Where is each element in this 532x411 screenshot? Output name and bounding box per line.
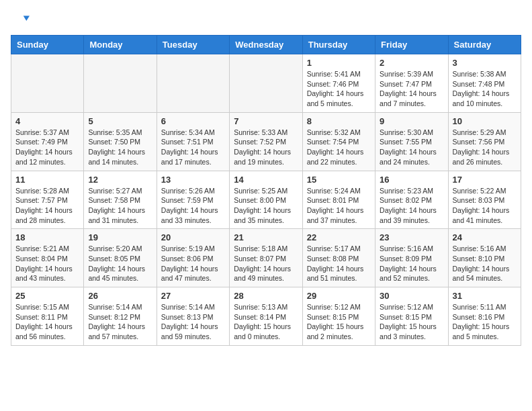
day-info: Sunrise: 5:24 AM Sunset: 8:01 PM Dayligh… xyxy=(307,186,371,226)
day-number: 8 xyxy=(307,116,371,126)
calendar-cell: 31Sunrise: 5:11 AM Sunset: 8:16 PM Dayli… xyxy=(448,287,521,346)
day-number: 15 xyxy=(307,175,371,185)
day-number: 1 xyxy=(307,58,371,68)
day-number: 22 xyxy=(307,232,371,242)
calendar-week-4: 18Sunrise: 5:21 AM Sunset: 8:04 PM Dayli… xyxy=(11,229,521,287)
day-info: Sunrise: 5:23 AM Sunset: 8:02 PM Dayligh… xyxy=(380,186,443,226)
calendar-cell: 6Sunrise: 5:34 AM Sunset: 7:51 PM Daylig… xyxy=(157,112,229,171)
weekday-header-saturday: Saturday xyxy=(448,36,521,54)
day-info: Sunrise: 5:32 AM Sunset: 7:54 PM Dayligh… xyxy=(307,128,371,167)
calendar-cell: 1Sunrise: 5:41 AM Sunset: 7:46 PM Daylig… xyxy=(302,54,375,113)
calendar-cell: 23Sunrise: 5:16 AM Sunset: 8:09 PM Dayli… xyxy=(375,229,448,287)
day-number: 30 xyxy=(380,291,443,301)
calendar-cell: 15Sunrise: 5:24 AM Sunset: 8:01 PM Dayli… xyxy=(302,171,375,229)
weekday-header-friday: Friday xyxy=(375,36,448,54)
day-info: Sunrise: 5:16 AM Sunset: 8:09 PM Dayligh… xyxy=(380,244,443,283)
calendar-cell: 7Sunrise: 5:33 AM Sunset: 7:52 PM Daylig… xyxy=(230,112,302,171)
calendar-cell: 16Sunrise: 5:23 AM Sunset: 8:02 PM Dayli… xyxy=(375,171,448,229)
day-info: Sunrise: 5:39 AM Sunset: 7:47 PM Dayligh… xyxy=(380,69,443,109)
day-number: 3 xyxy=(453,58,517,68)
calendar-table: SundayMondayTuesdayWednesdayThursdayFrid… xyxy=(11,35,521,346)
calendar-cell: 5Sunrise: 5:35 AM Sunset: 7:50 PM Daylig… xyxy=(84,112,157,171)
day-number: 19 xyxy=(88,232,152,242)
calendar-cell: 9Sunrise: 5:30 AM Sunset: 7:55 PM Daylig… xyxy=(375,112,448,171)
day-number: 14 xyxy=(234,175,298,185)
day-info: Sunrise: 5:14 AM Sunset: 8:12 PM Dayligh… xyxy=(88,302,152,342)
calendar-cell: 20Sunrise: 5:19 AM Sunset: 8:06 PM Dayli… xyxy=(157,229,229,287)
day-number: 29 xyxy=(307,291,371,301)
day-number: 27 xyxy=(161,291,225,301)
day-number: 25 xyxy=(15,291,79,301)
day-number: 2 xyxy=(380,58,443,68)
calendar-week-2: 4Sunrise: 5:37 AM Sunset: 7:49 PM Daylig… xyxy=(11,112,521,171)
day-info: Sunrise: 5:38 AM Sunset: 7:48 PM Dayligh… xyxy=(453,69,517,109)
day-number: 20 xyxy=(161,232,225,242)
day-number: 11 xyxy=(15,175,79,185)
day-number: 4 xyxy=(15,116,79,126)
day-number: 5 xyxy=(88,116,152,126)
calendar-cell: 17Sunrise: 5:22 AM Sunset: 8:03 PM Dayli… xyxy=(448,171,521,229)
day-info: Sunrise: 5:11 AM Sunset: 8:16 PM Dayligh… xyxy=(453,302,517,342)
day-number: 28 xyxy=(234,291,298,301)
day-info: Sunrise: 5:18 AM Sunset: 8:07 PM Dayligh… xyxy=(234,244,298,283)
calendar-cell: 13Sunrise: 5:26 AM Sunset: 7:59 PM Dayli… xyxy=(157,171,229,229)
calendar-cell xyxy=(230,54,302,113)
day-number: 6 xyxy=(161,116,225,126)
calendar-week-5: 25Sunrise: 5:15 AM Sunset: 8:11 PM Dayli… xyxy=(11,287,521,346)
day-number: 21 xyxy=(234,232,298,242)
calendar-cell: 24Sunrise: 5:16 AM Sunset: 8:10 PM Dayli… xyxy=(448,229,521,287)
day-info: Sunrise: 5:28 AM Sunset: 7:57 PM Dayligh… xyxy=(15,186,79,226)
day-number: 12 xyxy=(88,175,152,185)
calendar-cell: 18Sunrise: 5:21 AM Sunset: 8:04 PM Dayli… xyxy=(11,229,84,287)
logo-icon xyxy=(11,11,30,30)
calendar-cell: 8Sunrise: 5:32 AM Sunset: 7:54 PM Daylig… xyxy=(302,112,375,171)
day-info: Sunrise: 5:33 AM Sunset: 7:52 PM Dayligh… xyxy=(234,128,298,167)
calendar-cell xyxy=(157,54,229,113)
weekday-header-monday: Monday xyxy=(84,36,157,54)
day-info: Sunrise: 5:22 AM Sunset: 8:03 PM Dayligh… xyxy=(453,186,517,226)
day-info: Sunrise: 5:34 AM Sunset: 7:51 PM Dayligh… xyxy=(161,128,225,167)
calendar-week-3: 11Sunrise: 5:28 AM Sunset: 7:57 PM Dayli… xyxy=(11,171,521,229)
day-number: 23 xyxy=(380,232,443,242)
calendar-cell: 2Sunrise: 5:39 AM Sunset: 7:47 PM Daylig… xyxy=(375,54,448,113)
day-info: Sunrise: 5:21 AM Sunset: 8:04 PM Dayligh… xyxy=(15,244,79,283)
calendar-cell: 11Sunrise: 5:28 AM Sunset: 7:57 PM Dayli… xyxy=(11,171,84,229)
day-info: Sunrise: 5:14 AM Sunset: 8:13 PM Dayligh… xyxy=(161,302,225,342)
calendar-cell: 27Sunrise: 5:14 AM Sunset: 8:13 PM Dayli… xyxy=(157,287,229,346)
svg-marker-0 xyxy=(24,15,30,20)
day-info: Sunrise: 5:26 AM Sunset: 7:59 PM Dayligh… xyxy=(161,186,225,226)
calendar-cell: 28Sunrise: 5:13 AM Sunset: 8:14 PM Dayli… xyxy=(230,287,302,346)
day-number: 16 xyxy=(380,175,443,185)
day-number: 17 xyxy=(453,175,517,185)
day-info: Sunrise: 5:17 AM Sunset: 8:08 PM Dayligh… xyxy=(307,244,371,283)
day-info: Sunrise: 5:20 AM Sunset: 8:05 PM Dayligh… xyxy=(88,244,152,283)
day-info: Sunrise: 5:30 AM Sunset: 7:55 PM Dayligh… xyxy=(380,128,443,167)
weekday-header-tuesday: Tuesday xyxy=(157,36,229,54)
calendar-cell: 4Sunrise: 5:37 AM Sunset: 7:49 PM Daylig… xyxy=(11,112,84,171)
calendar-cell: 22Sunrise: 5:17 AM Sunset: 8:08 PM Dayli… xyxy=(302,229,375,287)
day-number: 24 xyxy=(453,232,517,242)
day-info: Sunrise: 5:41 AM Sunset: 7:46 PM Dayligh… xyxy=(307,69,371,109)
calendar-cell: 30Sunrise: 5:12 AM Sunset: 8:15 PM Dayli… xyxy=(375,287,448,346)
calendar-week-1: 1Sunrise: 5:41 AM Sunset: 7:46 PM Daylig… xyxy=(11,54,521,113)
day-info: Sunrise: 5:15 AM Sunset: 8:11 PM Dayligh… xyxy=(15,302,79,342)
calendar-cell xyxy=(11,54,84,113)
calendar-cell: 25Sunrise: 5:15 AM Sunset: 8:11 PM Dayli… xyxy=(11,287,84,346)
weekday-header-sunday: Sunday xyxy=(11,36,84,54)
logo xyxy=(11,11,32,30)
calendar-cell: 26Sunrise: 5:14 AM Sunset: 8:12 PM Dayli… xyxy=(84,287,157,346)
day-number: 7 xyxy=(234,116,298,126)
page-header xyxy=(11,11,521,30)
calendar-cell: 3Sunrise: 5:38 AM Sunset: 7:48 PM Daylig… xyxy=(448,54,521,113)
day-number: 18 xyxy=(15,232,79,242)
calendar-cell: 29Sunrise: 5:12 AM Sunset: 8:15 PM Dayli… xyxy=(302,287,375,346)
day-number: 10 xyxy=(453,116,517,126)
day-info: Sunrise: 5:35 AM Sunset: 7:50 PM Dayligh… xyxy=(88,128,152,167)
day-info: Sunrise: 5:12 AM Sunset: 8:15 PM Dayligh… xyxy=(380,302,443,342)
day-number: 26 xyxy=(88,291,152,301)
day-info: Sunrise: 5:29 AM Sunset: 7:56 PM Dayligh… xyxy=(453,128,517,167)
day-info: Sunrise: 5:19 AM Sunset: 8:06 PM Dayligh… xyxy=(161,244,225,283)
day-number: 31 xyxy=(453,291,517,301)
calendar-cell: 10Sunrise: 5:29 AM Sunset: 7:56 PM Dayli… xyxy=(448,112,521,171)
day-info: Sunrise: 5:25 AM Sunset: 8:00 PM Dayligh… xyxy=(234,186,298,226)
